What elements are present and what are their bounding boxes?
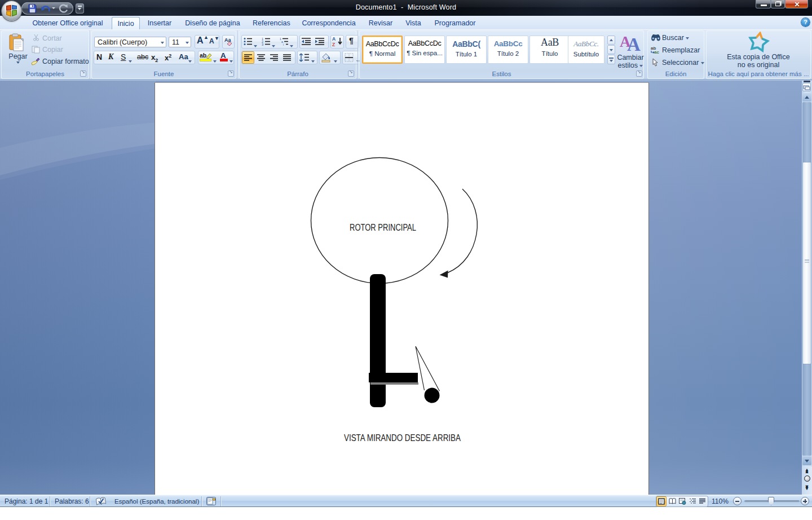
svg-text:ROTOR PRINCIPAL: ROTOR PRINCIPAL xyxy=(350,222,416,232)
svg-text:i: i xyxy=(283,43,284,46)
svg-text:Aa: Aa xyxy=(224,37,231,43)
svg-text:VISTA MIRANDO DESDE ARRIBA: VISTA MIRANDO DESDE ARRIBA xyxy=(344,433,461,443)
svg-text:3: 3 xyxy=(262,43,263,46)
svg-text:A: A xyxy=(627,34,641,52)
svg-text:ac: ac xyxy=(654,50,659,54)
